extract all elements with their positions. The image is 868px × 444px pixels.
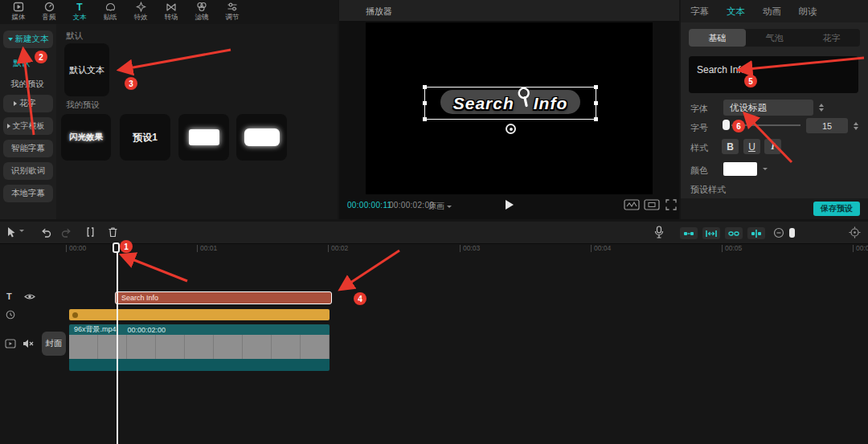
chevron-right-icon <box>14 101 17 106</box>
sidebar-item-fancy-text[interactable]: 花字 <box>3 95 53 112</box>
redo-icon[interactable] <box>61 227 72 238</box>
sidebar-item-new-text[interactable]: 新建文本 <box>3 31 53 48</box>
size-slider-handle[interactable] <box>723 120 730 130</box>
stepper-down-icon <box>854 127 858 130</box>
tab-audio[interactable]: 音频 <box>34 0 64 24</box>
tab-subtitle[interactable]: 字幕 <box>690 6 709 18</box>
play-button[interactable] <box>506 200 514 210</box>
tab-text-props[interactable]: 文本 <box>727 6 745 18</box>
tab-read-aloud[interactable]: 朗读 <box>799 6 817 18</box>
sidebar-item-text-templates[interactable]: 文字模板 <box>3 117 53 135</box>
link-toggle-icon[interactable] <box>725 227 743 239</box>
transition-icon <box>166 2 177 12</box>
quality-dropdown[interactable]: 原画 <box>428 201 452 212</box>
inspector-tabs: 字幕 文本 动画 朗读 <box>681 0 868 22</box>
current-time: 00:00:00:11 <box>347 201 391 210</box>
default-text-card[interactable]: 默认文本 <box>64 43 109 96</box>
ruler-tick: 00:00 <box>66 245 86 252</box>
split-icon[interactable] <box>85 226 96 238</box>
sticker-clip[interactable] <box>69 309 330 320</box>
section-default-label: 默认 <box>66 31 83 42</box>
color-dropdown[interactable] <box>760 162 771 176</box>
bold-button[interactable]: B <box>722 139 739 154</box>
playhead-handle[interactable] <box>113 242 120 253</box>
video-clip[interactable]: 96x背景.mp4 00:00:02:00 <box>69 324 330 371</box>
resize-handle[interactable] <box>594 85 598 89</box>
tab-transition[interactable]: 转场 <box>156 0 186 24</box>
magnet-toggle-icon[interactable] <box>680 227 698 239</box>
sidebar-item-lyrics-recognition[interactable]: 识别歌词 <box>3 162 53 180</box>
rotate-handle[interactable] <box>506 124 516 134</box>
text-track-icon: T <box>6 291 12 301</box>
subtab-bubble[interactable]: 气泡 <box>746 29 803 47</box>
step-badge-2: 2 <box>35 51 47 63</box>
subtab-basic[interactable]: 基础 <box>689 29 746 47</box>
font-select[interactable]: 优设标题 <box>723 100 813 116</box>
step-badge-5: 5 <box>744 75 757 88</box>
preset-thumbnail-blob <box>244 128 280 146</box>
resize-handle[interactable] <box>594 101 598 105</box>
size-value[interactable]: 15 <box>806 118 848 133</box>
preset-card-2[interactable] <box>178 114 229 161</box>
ruler-tick: 00:02 <box>328 245 348 252</box>
video-track-icon <box>5 339 16 348</box>
eye-icon[interactable] <box>24 292 35 301</box>
record-voiceover-icon[interactable] <box>654 226 664 238</box>
style-label: 样式 <box>690 142 708 154</box>
size-stepper[interactable] <box>851 118 861 134</box>
tab-media[interactable]: 媒体 <box>3 0 34 24</box>
snap-toggle-icon[interactable] <box>702 227 720 239</box>
stepper-up-icon <box>819 104 824 107</box>
mixer-icon[interactable] <box>624 199 640 210</box>
tab-animation[interactable]: 动画 <box>763 6 781 18</box>
text-content-input[interactable]: Search Info <box>689 56 858 93</box>
tab-filter[interactable]: 滤镜 <box>186 0 217 24</box>
color-swatch[interactable] <box>723 162 757 176</box>
preview-axis-toggle-icon[interactable] <box>747 227 765 239</box>
undo-icon[interactable] <box>40 227 51 238</box>
video-preview[interactable]: Search Info <box>366 22 653 194</box>
preset-card-1[interactable]: 预设1 <box>120 114 170 161</box>
timeline-zoom-slider-handle[interactable] <box>789 228 795 238</box>
magnifier-icon <box>515 85 532 108</box>
resize-handle[interactable] <box>423 85 427 89</box>
save-preset-button[interactable]: 保存预设 <box>813 202 860 216</box>
preset-card-flash[interactable]: 闪光效果 <box>61 114 111 161</box>
resize-handle[interactable] <box>423 101 427 105</box>
sidebar-item-local-captions[interactable]: 本地字幕 <box>3 185 53 202</box>
chevron-down-icon <box>447 206 452 208</box>
video-clip-audio-band <box>69 359 330 371</box>
cover-button[interactable]: 封面 <box>42 332 66 356</box>
preset-card-3[interactable] <box>236 114 287 161</box>
italic-button[interactable]: I <box>764 139 781 154</box>
select-tool-dropdown-icon[interactable] <box>19 232 24 246</box>
font-stepper[interactable] <box>817 100 826 116</box>
text-clip[interactable]: Search Info <box>115 291 332 304</box>
zoom-fit-icon[interactable] <box>849 226 861 238</box>
fullscreen-icon[interactable] <box>665 199 677 210</box>
preview-overlay-text[interactable]: Search Info <box>425 88 596 119</box>
sidebar-item-auto-captions[interactable]: 智能字幕 <box>3 140 53 157</box>
sidebar-item-my-presets[interactable]: 我的预设 <box>10 75 44 93</box>
zoom-out-icon[interactable] <box>773 227 784 238</box>
text-selection-box[interactable]: Search Info <box>424 87 596 120</box>
underline-button[interactable]: U <box>743 139 760 154</box>
video-clip-filmstrip <box>69 335 330 359</box>
chevron-right-icon <box>7 124 10 128</box>
playhead-line[interactable] <box>117 243 118 444</box>
chevron-down-icon <box>763 168 768 170</box>
tab-text[interactable]: T 文本 <box>64 0 95 24</box>
tab-adjust[interactable]: 调节 <box>217 0 248 24</box>
resize-handle[interactable] <box>423 117 427 121</box>
media-icon <box>13 2 24 12</box>
delete-icon[interactable] <box>108 226 118 238</box>
select-tool-icon[interactable] <box>6 226 17 238</box>
tab-effects[interactable]: 特效 <box>125 0 156 24</box>
mute-speaker-icon[interactable] <box>23 339 34 348</box>
aspect-ratio-icon[interactable] <box>644 199 660 210</box>
tab-sticker[interactable]: 贴纸 <box>95 0 125 24</box>
sidebar-item-default[interactable]: 默认 <box>13 55 30 72</box>
subtab-fancy[interactable]: 花字 <box>803 29 860 47</box>
resize-handle[interactable] <box>594 117 598 121</box>
color-label: 颜色 <box>690 165 708 177</box>
